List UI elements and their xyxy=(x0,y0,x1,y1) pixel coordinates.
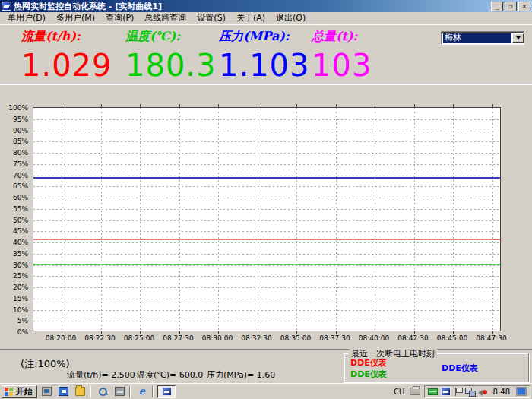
h-gridline xyxy=(33,231,500,232)
combobox-dropdown-button[interactable] xyxy=(512,33,524,43)
series-line-2 xyxy=(33,264,500,265)
app-icon xyxy=(2,2,11,11)
network-icon[interactable] xyxy=(465,388,475,396)
y-tick-label: 45% xyxy=(13,227,28,235)
quicklaunch-app[interactable] xyxy=(55,385,71,398)
menu-line-query[interactable]: 总线路查询 xyxy=(140,11,192,24)
clock[interactable]: 8:48 xyxy=(493,388,510,396)
pressure-range: 压力(MPa)= 1.60 xyxy=(207,369,275,381)
x-axis-labels: 08:20:0008:22:3008:25:0008:27:3008:30:00… xyxy=(33,334,501,344)
h-gridline xyxy=(33,141,500,142)
readout-temperature: 温度(℃): 180.3 xyxy=(125,29,217,81)
y-tick-label: 0% xyxy=(17,328,28,336)
x-tick-mark xyxy=(296,104,297,107)
quicklaunch-folder[interactable] xyxy=(72,385,87,398)
h-gridline xyxy=(33,186,500,187)
x-tick-mark xyxy=(492,104,493,107)
y-axis-labels: 100%95%90%85%80%75%70%65%60%55%50%45%40%… xyxy=(0,107,30,331)
h-gridline xyxy=(33,220,500,221)
h-gridline xyxy=(33,242,500,243)
menu-single-user[interactable]: 单用户(D) xyxy=(3,11,52,24)
x-tick-mark xyxy=(218,104,219,107)
x-tick-label: 08:20:00 xyxy=(40,334,81,342)
y-tick-label: 35% xyxy=(13,250,28,258)
h-gridline xyxy=(33,310,500,311)
start-button[interactable]: 开始 xyxy=(2,385,37,398)
x-tick-label: 08:27:30 xyxy=(158,334,199,342)
printer-icon[interactable] xyxy=(410,388,420,395)
input-method-icon[interactable] xyxy=(428,388,438,395)
flow-range: 流量(t/h)= 2.500 xyxy=(67,369,135,381)
taskbar-separator xyxy=(90,386,91,397)
v-gridline xyxy=(258,108,258,331)
x-tick-label: 08:37:30 xyxy=(315,334,356,342)
h-gridline xyxy=(33,119,500,120)
quicklaunch-connect[interactable] xyxy=(112,385,127,398)
v-gridline xyxy=(375,108,375,331)
y-tick-label: 90% xyxy=(13,127,28,135)
flag-icon[interactable] xyxy=(454,388,462,396)
v-gridline xyxy=(179,108,180,331)
total-value: 103 xyxy=(312,50,372,81)
y-tick-label: 65% xyxy=(13,182,28,190)
x-tick-mark xyxy=(414,104,415,107)
y-tick-label: 60% xyxy=(13,194,28,201)
window-controls: _ ❐ × xyxy=(491,2,530,11)
total-label: 总量(t): xyxy=(312,29,372,45)
minimize-button[interactable]: _ xyxy=(491,2,503,11)
x-tick-label: 08:35:00 xyxy=(275,334,316,342)
menu-settings[interactable]: 设置(S) xyxy=(192,11,232,24)
v-gridline xyxy=(453,108,454,331)
x-tick-mark xyxy=(375,104,375,107)
y-tick-label: 75% xyxy=(13,160,28,168)
start-label: 开始 xyxy=(16,386,33,397)
power-event-groupbox: 最近一次断电上电时刻 DDE仪表 DDE仪表 DDE仪表 xyxy=(344,353,529,382)
quicklaunch-computer[interactable] xyxy=(39,385,54,398)
tray-app-icon[interactable] xyxy=(441,387,451,396)
taskbar-separator xyxy=(152,386,154,397)
v-gridline xyxy=(140,108,141,331)
y-tick-label: 10% xyxy=(13,306,28,314)
screen: 热网实时监控自动化系统 - [实时曲线1] _ ❐ × 单用户(D) 多用户(M… xyxy=(0,0,532,399)
x-tick-mark xyxy=(453,104,454,107)
quicklaunch-search[interactable] xyxy=(95,385,110,398)
quicklaunch-ie[interactable]: e xyxy=(135,385,150,398)
y-tick-label: 85% xyxy=(13,138,28,145)
flow-value: 1.029 xyxy=(21,50,112,81)
volume-muted-icon[interactable] xyxy=(478,388,487,396)
computer-icon xyxy=(42,387,52,396)
station-selected-value: 梅林 xyxy=(443,33,511,43)
task-button-app[interactable] xyxy=(157,385,176,398)
menu-multi-user[interactable]: 多用户(M) xyxy=(52,11,101,24)
monitor-icon[interactable] xyxy=(516,387,527,396)
y-tick-label: 100% xyxy=(8,104,28,112)
v-gridline xyxy=(414,108,415,331)
x-tick-label: 08:32:30 xyxy=(236,334,277,342)
y-tick-label: 15% xyxy=(13,295,28,302)
v-gridline xyxy=(336,108,337,331)
blue-app-icon xyxy=(59,387,68,396)
folder-icon xyxy=(75,387,85,396)
menu-about[interactable]: 关于(A) xyxy=(232,11,271,24)
menu-exit[interactable]: 退出(Q) xyxy=(271,11,312,24)
v-gridline xyxy=(492,108,493,331)
separator xyxy=(0,84,532,85)
h-gridline xyxy=(33,198,500,198)
y-tick-label: 25% xyxy=(13,272,28,280)
x-tick-mark xyxy=(101,104,102,107)
temperature-range: 温度(℃)= 600.0 xyxy=(137,369,203,381)
y-tick-label: 20% xyxy=(13,283,28,291)
window-title: 热网实时监控自动化系统 - [实时曲线1] xyxy=(14,1,488,12)
connect-icon xyxy=(115,387,125,396)
x-tick-mark xyxy=(140,104,141,107)
restore-button[interactable]: ❐ xyxy=(505,2,517,11)
v-gridline xyxy=(296,108,297,331)
chevron-down-icon xyxy=(516,36,521,40)
language-indicator[interactable]: CH xyxy=(394,388,405,396)
separator xyxy=(0,24,532,25)
close-button[interactable]: × xyxy=(518,2,530,11)
menu-query[interactable]: 查询(P) xyxy=(101,11,140,24)
station-combobox[interactable]: 梅林 xyxy=(441,31,524,45)
x-tick-mark xyxy=(62,104,62,107)
dde-meter-green: DDE仪表 xyxy=(350,369,387,380)
